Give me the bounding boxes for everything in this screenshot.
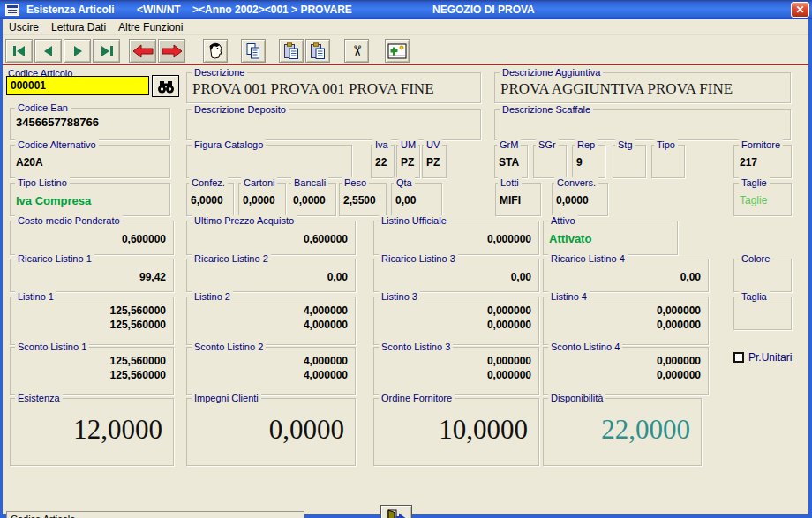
back-arrow-icon: [132, 44, 154, 58]
menu-altre-funzioni[interactable]: Altre Funzioni: [112, 21, 189, 34]
toolbar: ✂: [3, 35, 808, 65]
field-label: Sconto Listino 2: [192, 342, 266, 352]
customer-button[interactable]: [203, 39, 228, 63]
codice-articolo-input[interactable]: [6, 76, 149, 95]
copy-icon: [244, 42, 262, 60]
title-bar: Esistenza Articoli <WIN/NT ><Anno 2002><…: [0, 0, 812, 19]
field-value: 22,0000: [601, 414, 690, 446]
field-label: Descrizione Deposito: [192, 104, 289, 115]
field-label: Colore: [739, 253, 772, 264]
search-button[interactable]: [152, 75, 179, 97]
picture-icon: [387, 43, 407, 59]
next-record-button[interactable]: [64, 39, 91, 63]
field-label: Sconto Listino 4: [548, 342, 622, 352]
field-sgr: SGr: [533, 145, 567, 178]
paste-icon: [282, 42, 300, 60]
field-taglie: Taglie Taglie: [733, 183, 792, 216]
field-sconto-listino-4: Sconto Listino 4 0,0000000,000000: [543, 347, 709, 395]
field-label: Costo medio Ponderato: [15, 215, 123, 226]
back-button[interactable]: [129, 39, 156, 63]
field-costo-medio-ponderato: Costo medio Ponderato 0,600000: [10, 221, 174, 255]
picture-button[interactable]: [385, 39, 410, 63]
field-colore: Colore: [733, 259, 792, 292]
field-value: 9: [576, 156, 583, 169]
pr-unitari-checkbox[interactable]: [733, 352, 744, 363]
field-label: Tipo Listino: [15, 177, 70, 188]
field-value: Iva Compresa: [16, 194, 91, 207]
field-label: Taglie: [739, 177, 770, 188]
field-label: Sconto Listino 3: [379, 342, 453, 352]
field-codice-ean: Codice Ean 3456657788766: [10, 108, 170, 140]
field-value: 4,0000004,000000: [304, 354, 348, 382]
exit-door-icon: [385, 508, 408, 518]
paste-button[interactable]: [279, 39, 304, 63]
field-ordine-fornitore: Ordine Fornitore 10,0000: [373, 398, 539, 466]
field-iva: Iva 22: [371, 145, 395, 178]
field-label: Tipo: [654, 139, 678, 150]
forward-button[interactable]: [158, 39, 185, 63]
field-label: GrM: [497, 139, 521, 150]
field-value: MIFI: [500, 194, 521, 206]
field-ultimo-prezzo-acquisto: Ultimo Prezzo Acquisto 0,600000: [186, 221, 356, 255]
field-label: Ricarico Listino 2: [192, 253, 271, 264]
field-uv: UV PZ: [422, 145, 447, 178]
exit-button[interactable]: [380, 505, 412, 518]
menu-uscire[interactable]: Uscire: [3, 21, 45, 34]
first-record-button[interactable]: [5, 39, 33, 63]
next-record-icon: [71, 45, 85, 57]
copy-button[interactable]: [241, 39, 266, 63]
field-ricarico-listino-1: Ricarico Listino 1 99,42: [10, 259, 174, 292]
field-value: 0,0000: [293, 194, 326, 206]
close-button[interactable]: ✕: [791, 2, 809, 18]
previous-record-button[interactable]: [34, 39, 62, 63]
menu-lettura-dati[interactable]: Lettura Dati: [45, 21, 112, 34]
field-label: Ricarico Listino 4: [548, 253, 628, 264]
forward-arrow-icon: [162, 44, 183, 58]
paste-alt-button[interactable]: [305, 39, 330, 63]
field-label: Listino Ufficiale: [379, 215, 449, 226]
window-title-store: NEGOZIO DI PROVA: [432, 4, 535, 16]
field-value: 3456657788766: [16, 116, 99, 129]
field-value: PROVA 001 PROVA 001 PROVA FINE: [192, 80, 434, 98]
field-label: Listino 1: [15, 291, 56, 302]
field-value: 22: [375, 156, 387, 169]
paste-alt-icon: [309, 42, 327, 60]
field-value: 0,600000: [304, 233, 348, 245]
window-content: Uscire Lettura Dati Altre Funzioni: [3, 19, 808, 514]
field-label: Peso: [342, 177, 369, 188]
field-label: Listino 3: [379, 291, 420, 302]
field-stg: Stg: [613, 145, 646, 178]
field-descrizione: Descrizione PROVA 001 PROVA 001 PROVA FI…: [186, 72, 481, 103]
field-label: Taglia: [739, 291, 770, 302]
window-title: Esistenza Articoli: [26, 4, 115, 16]
field-ricarico-listino-4: Ricarico Listino 4 0,00: [543, 259, 709, 292]
field-label: Impegni Clienti: [192, 393, 261, 403]
field-disponibilita: Disponibilità 22,0000: [543, 398, 702, 466]
field-value: PZ: [401, 156, 414, 169]
cut-button[interactable]: ✂: [344, 39, 369, 63]
field-listino-2: Listino 2 4,0000004,000000: [186, 297, 356, 345]
field-label: Ricarico Listino 1: [15, 253, 94, 264]
field-value: 0,00: [395, 194, 416, 206]
field-value: 0,0000: [269, 414, 344, 446]
field-um: UM PZ: [396, 145, 420, 178]
field-bancali: Bancali 0,0000: [289, 183, 336, 216]
field-label: Qta: [394, 177, 415, 188]
field-value: 12,0000: [73, 414, 162, 446]
field-impegni-clienti: Impegni Clienti 0,0000: [186, 398, 356, 466]
field-value: Attivato: [549, 232, 591, 245]
previous-record-icon: [41, 45, 56, 57]
customer-face-icon: [207, 42, 224, 60]
field-value: Taglie: [740, 194, 767, 206]
field-label: Descrizione: [192, 67, 247, 78]
field-value: A20A: [16, 156, 43, 169]
field-value: PROVA AGGIUNTIVA PROVA FINE: [500, 80, 733, 98]
status-field: Codice Articolo: [6, 511, 304, 518]
field-value: PZ: [426, 156, 440, 169]
field-listino-ufficiale: Listino Ufficiale 0,000000: [373, 221, 539, 255]
last-record-button[interactable]: [93, 39, 120, 63]
field-label: Ricarico Listino 3: [379, 253, 458, 264]
field-value: 0,00: [327, 271, 348, 283]
field-value: 125,560000125,560000: [110, 304, 166, 332]
field-attivo: Attivo Attivato: [543, 221, 678, 255]
